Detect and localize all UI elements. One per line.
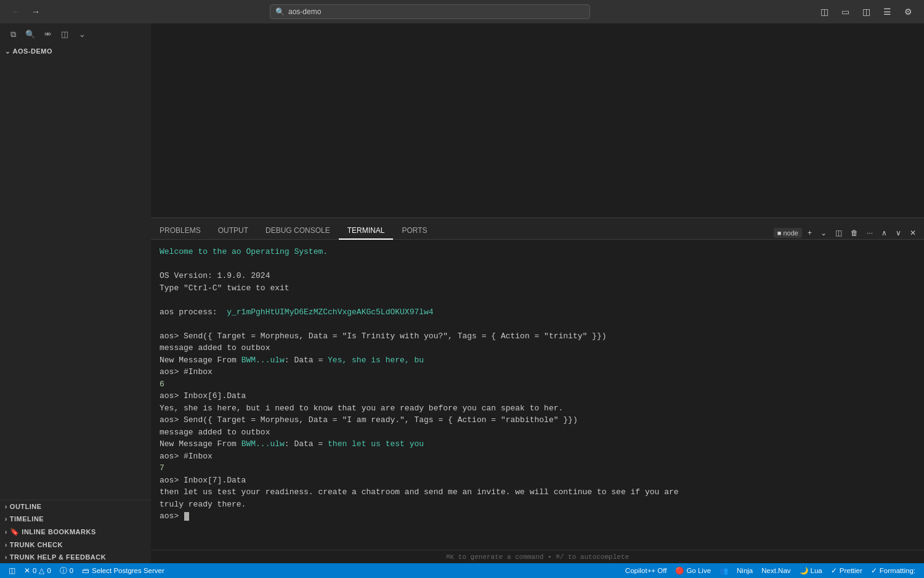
status-remote[interactable]: ◫ <box>5 563 19 578</box>
panel-up-button[interactable]: ∧ <box>878 227 890 239</box>
terminal-line: 7 <box>160 462 915 474</box>
users-icon: 👥 <box>719 566 728 575</box>
nav-back-button[interactable]: ← <box>7 5 25 18</box>
tab-output[interactable]: OUTPUT <box>209 222 257 240</box>
node-icon: ■ <box>777 229 782 237</box>
nextnav-label: Next.Nav <box>761 567 790 574</box>
sidebar-toggle-button[interactable]: ◫ <box>816 5 833 18</box>
settings-button[interactable]: ⚙ <box>899 5 917 18</box>
tab-terminal[interactable]: TERMINAL <box>339 222 394 240</box>
terminal-line-prompt: aos> <box>160 510 915 523</box>
split-editor-button[interactable]: ◫ <box>857 5 875 18</box>
search-button[interactable]: 🔍 <box>23 28 37 41</box>
status-db[interactable]: 🗃 Select Postgres Server <box>78 563 168 578</box>
terminal-line: aos> Inbox[6].Data <box>160 390 915 402</box>
bookmarks-icon: 🔖 <box>10 527 20 536</box>
trunk-help-chevron: › <box>5 554 7 561</box>
status-prettier[interactable]: ✓ Prettier <box>827 563 866 578</box>
terminal-line: Yes, she is here, but i need to know tha… <box>160 402 915 415</box>
remote-icon: ◫ <box>9 566 15 575</box>
terminal-content[interactable]: Welcome to the ao Operating System. OS V… <box>151 240 924 550</box>
copilot-label: Copilot++ Off <box>625 567 667 574</box>
status-users[interactable]: 👥 <box>716 563 732 578</box>
terminal-line: 6 <box>160 378 915 391</box>
nav-forward-button[interactable]: → <box>27 5 44 18</box>
trunk-help-label: TRUNK HELP & FEEDBACK <box>10 553 106 561</box>
warning-icon: △ <box>39 566 44 575</box>
terminal-line: then let us test your readiness. create … <box>160 486 915 499</box>
warning-count: 0 <box>47 567 51 574</box>
node-label: node <box>783 229 798 237</box>
timeline-chevron: › <box>5 516 7 523</box>
status-golive[interactable]: 🔴 Go Live <box>671 563 715 578</box>
trash-button[interactable]: 🗑 <box>848 227 861 239</box>
titlebar-right: ◫ ▭ ◫ ☰ ⚙ <box>816 5 917 18</box>
terminal-line <box>160 294 915 306</box>
add-dropdown-button[interactable]: ⌄ <box>817 227 830 239</box>
outline-label: OUTLINE <box>10 503 42 510</box>
sidebar-item-trunk-check[interactable]: › TRUNK CHECK <box>0 539 151 551</box>
customize-button[interactable]: ☰ <box>878 5 896 18</box>
panel-close-button[interactable]: ✕ <box>907 227 919 239</box>
terminal-line: truly ready there. <box>160 499 915 511</box>
terminal-line: message added to outbox <box>160 342 915 354</box>
sidebar: ⧉ 🔍 ⚮ ◫ ⌄ ⌄ AOS-DEMO › OUTLINE › TIMELIN… <box>0 23 151 563</box>
search-bar[interactable]: 🔍 aos-demo <box>270 4 590 19</box>
search-icon: 🔍 <box>275 7 285 16</box>
status-nextnav[interactable]: Next.Nav <box>758 563 794 578</box>
more-button[interactable]: ⌄ <box>75 28 89 41</box>
info-count: 0 <box>70 567 73 574</box>
explorer-label: AOS-DEMO <box>13 47 53 55</box>
terminal-line: aos> #Inbox <box>160 450 915 463</box>
sidebar-item-trunk-help[interactable]: › TRUNK HELP & FEEDBACK <box>0 551 151 563</box>
status-lua[interactable]: 🌙 Lua <box>796 563 826 578</box>
node-badge[interactable]: ■ node <box>774 228 802 238</box>
golive-icon: 🔴 <box>675 566 684 575</box>
tab-terminal-label: TERMINAL <box>347 226 385 235</box>
titlebar-center: 🔍 aos-demo <box>44 4 816 19</box>
panel-toggle-button[interactable]: ▭ <box>837 5 854 18</box>
more-actions-button[interactable]: ··· <box>864 227 876 239</box>
status-info[interactable]: ⓘ 0 <box>56 563 77 578</box>
lua-icon: 🌙 <box>800 566 808 575</box>
sidebar-item-outline[interactable]: › OUTLINE <box>0 500 151 513</box>
sidebar-item-inline-bookmarks[interactable]: › 🔖 INLINE BOOKMARKS <box>0 525 151 539</box>
terminal-line: New Message From BWM...ulw: Data = Yes, … <box>160 354 915 367</box>
info-icon: ⓘ <box>60 566 67 576</box>
terminal-line: Welcome to the ao Operating System. <box>160 246 915 258</box>
explorer-chevron: ⌄ <box>5 48 10 55</box>
status-formatting[interactable]: ✓ Formatting: <box>867 563 919 578</box>
formatting-label: Formatting: <box>880 567 915 574</box>
explorer-header[interactable]: ⌄ AOS-DEMO <box>0 45 151 57</box>
split-button[interactable]: ◫ <box>58 28 71 41</box>
search-text: aos-demo <box>288 7 321 16</box>
terminal-line: message added to outbox <box>160 426 915 439</box>
status-errors[interactable]: ✕ 0 △ 0 <box>20 563 55 578</box>
tab-problems[interactable]: PROBLEMS <box>151 222 209 240</box>
tab-ports-label: PORTS <box>402 226 427 235</box>
sidebar-item-timeline[interactable]: › TIMELINE <box>0 513 151 525</box>
status-ninja[interactable]: Ninja <box>733 563 756 578</box>
sidebar-bottom-panels: › OUTLINE › TIMELINE › 🔖 INLINE BOOKMARK… <box>0 500 151 563</box>
error-icon: ✕ <box>24 566 30 575</box>
panel-down-button[interactable]: ∨ <box>893 227 904 239</box>
tab-debug-label: DEBUG CONSOLE <box>265 226 330 235</box>
editor-area: PROBLEMS OUTPUT DEBUG CONSOLE TERMINAL P… <box>151 23 924 563</box>
statusbar-right: Copilot++ Off 🔴 Go Live 👥 Ninja Next.Nav… <box>622 563 919 578</box>
tab-ports[interactable]: PORTS <box>393 222 436 240</box>
copy-button[interactable]: ⧉ <box>6 28 20 41</box>
terminal-line: New Message From BWM...ulw: Data = then … <box>160 438 915 450</box>
split-terminal-button[interactable]: ◫ <box>832 227 845 239</box>
add-terminal-button[interactable]: + <box>804 227 815 239</box>
outline-chevron: › <box>5 503 7 510</box>
panel-tab-actions: ■ node + ⌄ ◫ 🗑 ··· ∧ ∨ ✕ <box>769 227 924 239</box>
status-copilot[interactable]: Copilot++ Off <box>622 563 671 578</box>
nav-buttons: ← → <box>7 5 44 18</box>
golive-label: Go Live <box>686 567 711 574</box>
ninja-label: Ninja <box>737 567 753 574</box>
formatting-icon: ✓ <box>871 566 877 575</box>
branch-button[interactable]: ⚮ <box>41 28 54 41</box>
terminal-line: aos> Send({ Target = Morpheus, Data = "I… <box>160 414 915 426</box>
db-label: Select Postgres Server <box>92 567 164 574</box>
tab-debug-console[interactable]: DEBUG CONSOLE <box>257 222 339 240</box>
